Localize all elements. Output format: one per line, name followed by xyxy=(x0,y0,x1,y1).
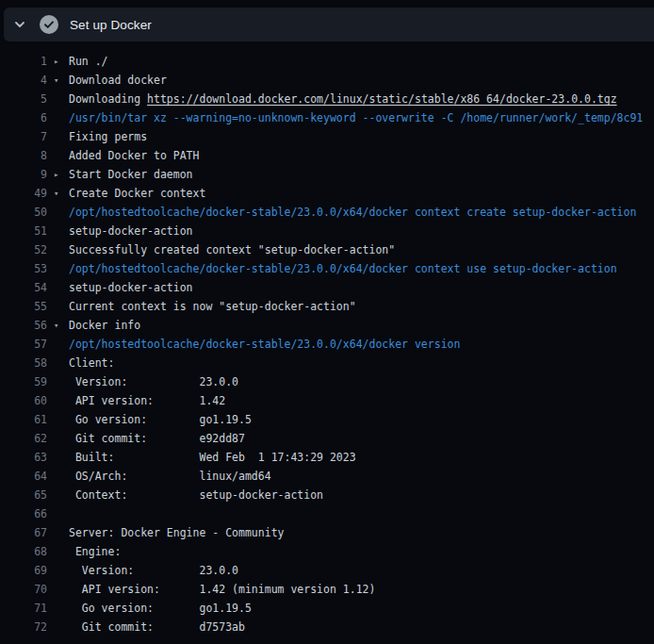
log-line: 64 OS/Arch: linux/amd64 xyxy=(0,467,654,486)
line-number[interactable]: 55 xyxy=(0,297,47,316)
gutter-spacer xyxy=(47,467,69,486)
log-line: 60 API version: 1.42 xyxy=(0,391,654,410)
line-number[interactable]: 67 xyxy=(0,523,47,542)
gutter-spacer xyxy=(47,504,69,523)
log-line: 1▸Run ./ xyxy=(0,52,654,71)
group-title[interactable]: Download docker xyxy=(69,71,654,90)
workflow-log-viewer: Set up Docker 1▸Run ./4▾Download docker5… xyxy=(0,0,654,644)
line-number[interactable]: 58 xyxy=(0,354,47,372)
log-line: 62 Git commit: e92dd87 xyxy=(0,429,654,448)
log-line: 58Client: xyxy=(0,354,654,372)
line-number[interactable]: 64 xyxy=(0,467,47,486)
line-number[interactable]: 62 xyxy=(0,429,47,448)
line-number[interactable]: 68 xyxy=(0,542,47,561)
line-number[interactable]: 1 xyxy=(0,52,47,71)
gutter-spacer xyxy=(47,90,69,108)
log-text: Context: setup-docker-action xyxy=(69,486,654,504)
log-text xyxy=(69,504,654,523)
group-expanded-icon[interactable]: ▾ xyxy=(47,316,69,335)
log-text: Go version: go1.19.5 xyxy=(69,599,654,618)
gutter-spacer xyxy=(47,448,69,467)
log-line: 55Current context is now "setup-docker-a… xyxy=(0,297,654,316)
line-number[interactable]: 52 xyxy=(0,240,47,259)
line-number[interactable]: 4 xyxy=(0,71,47,90)
group-collapsed-icon[interactable]: ▸ xyxy=(47,52,69,71)
log-line: 59 Version: 23.0.0 xyxy=(0,372,654,391)
command-text: /opt/hostedtoolcache/docker-stable/23.0.… xyxy=(69,203,654,222)
gutter-spacer xyxy=(47,618,69,636)
gutter-spacer xyxy=(47,146,69,165)
log-text: Server: Docker Engine - Community xyxy=(69,523,654,542)
log-line: 66 xyxy=(0,504,654,523)
gutter-spacer xyxy=(47,523,69,542)
log-text: Added Docker to PATH xyxy=(69,146,654,165)
line-number[interactable]: 6 xyxy=(0,108,47,127)
log-text: Git commit: d7573ab xyxy=(69,618,654,636)
log-line: 6/usr/bin/tar xz --warning=no-unknown-ke… xyxy=(0,108,654,127)
log-line: 57/opt/hostedtoolcache/docker-stable/23.… xyxy=(0,335,654,354)
line-number[interactable]: 49 xyxy=(0,184,47,203)
group-title[interactable]: Start Docker daemon xyxy=(69,165,654,184)
gutter-spacer xyxy=(47,372,69,391)
gutter-spacer xyxy=(47,108,69,127)
log-line: 7Fixing perms xyxy=(0,127,654,146)
log-text: setup-docker-action xyxy=(69,222,654,240)
line-number[interactable]: 72 xyxy=(0,618,47,636)
log-line: 53/opt/hostedtoolcache/docker-stable/23.… xyxy=(0,259,654,278)
log-link[interactable]: https://download.docker.com/linux/static… xyxy=(147,92,617,106)
step-header[interactable]: Set up Docker xyxy=(4,8,654,41)
line-number[interactable]: 63 xyxy=(0,448,47,467)
line-number[interactable]: 71 xyxy=(0,599,47,618)
line-number[interactable]: 51 xyxy=(0,222,47,240)
line-number[interactable]: 8 xyxy=(0,146,47,165)
log-text-prefix: Downloading xyxy=(69,92,147,106)
line-number[interactable]: 57 xyxy=(0,335,47,354)
gutter-spacer xyxy=(47,203,69,222)
gutter-spacer xyxy=(47,259,69,278)
log-line: 50/opt/hostedtoolcache/docker-stable/23.… xyxy=(0,203,654,222)
line-number[interactable]: 54 xyxy=(0,278,47,297)
line-number[interactable]: 69 xyxy=(0,561,47,580)
chevron-down-icon[interactable] xyxy=(6,8,34,41)
line-number[interactable]: 50 xyxy=(0,203,47,222)
gutter-spacer xyxy=(47,354,69,372)
log-area: 1▸Run ./4▾Download docker5Downloading ht… xyxy=(0,41,654,644)
line-number[interactable]: 59 xyxy=(0,372,47,391)
log-line: 4▾Download docker xyxy=(0,71,654,90)
gutter-spacer xyxy=(47,580,69,599)
line-number[interactable]: 65 xyxy=(0,486,47,504)
line-number[interactable]: 5 xyxy=(0,90,47,108)
line-number[interactable]: 9 xyxy=(0,165,47,184)
group-collapsed-icon[interactable]: ▸ xyxy=(47,165,69,184)
gutter-spacer xyxy=(47,278,69,297)
log-text: Successfully created context "setup-dock… xyxy=(69,240,654,259)
group-expanded-icon[interactable]: ▾ xyxy=(47,184,69,203)
line-number[interactable]: 60 xyxy=(0,391,47,410)
log-line: 63 Built: Wed Feb 1 17:43:29 2023 xyxy=(0,448,654,467)
group-title[interactable]: Docker info xyxy=(69,316,654,335)
log-line: 54setup-docker-action xyxy=(0,278,654,297)
line-number[interactable]: 66 xyxy=(0,504,47,523)
gutter-spacer xyxy=(47,391,69,410)
gutter-spacer xyxy=(47,429,69,448)
log-line: 52Successfully created context "setup-do… xyxy=(0,240,654,259)
log-text: Current context is now "setup-docker-act… xyxy=(69,297,654,316)
line-number[interactable]: 61 xyxy=(0,410,47,429)
log-text: Git commit: e92dd87 xyxy=(69,429,654,448)
line-number[interactable]: 56 xyxy=(0,316,47,335)
group-expanded-icon[interactable]: ▾ xyxy=(47,71,69,90)
log-line: 49▾Create Docker context xyxy=(0,184,654,203)
group-title[interactable]: Create Docker context xyxy=(69,184,654,203)
log-text: setup-docker-action xyxy=(69,278,654,297)
log-text: Client: xyxy=(69,354,654,372)
log-text: Fixing perms xyxy=(69,127,654,146)
line-number[interactable]: 53 xyxy=(0,259,47,278)
group-title[interactable]: Run ./ xyxy=(69,52,654,71)
check-circle-icon xyxy=(40,15,58,34)
line-number[interactable]: 7 xyxy=(0,127,47,146)
log-line: 8Added Docker to PATH xyxy=(0,146,654,165)
step-title: Set up Docker xyxy=(70,18,152,32)
gutter-spacer xyxy=(47,222,69,240)
line-number[interactable]: 70 xyxy=(0,580,47,599)
log-line: 71 Go version: go1.19.5 xyxy=(0,599,654,618)
